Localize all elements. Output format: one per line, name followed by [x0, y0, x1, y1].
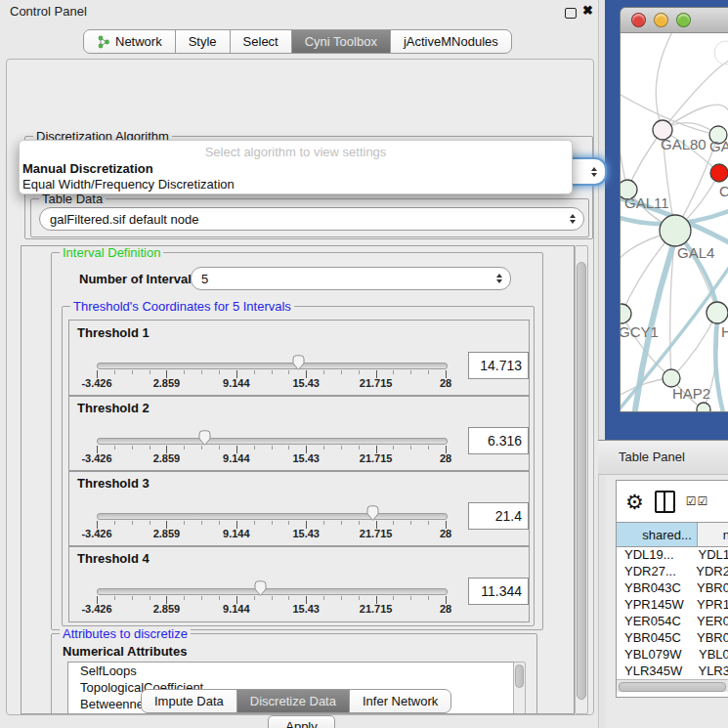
apply-button[interactable]: Apply [268, 715, 335, 728]
attributes-list-scrollbar[interactable] [513, 662, 526, 714]
table-data-combobox[interactable]: galFiltered.sif default node [39, 207, 584, 231]
slider-handle[interactable] [197, 429, 212, 447]
slider-handle[interactable] [365, 504, 380, 522]
number-of-intervals-label: Number of Intervals [79, 272, 198, 286]
tab-select[interactable]: Select [230, 29, 292, 54]
node-label: H [721, 323, 728, 340]
settings-scrollbar[interactable] [575, 245, 588, 714]
select-columns-icon[interactable]: ☑☑ [686, 494, 709, 508]
tick-label: 15.43 [292, 452, 320, 464]
table-row[interactable]: YBR045CYBR0 [617, 629, 728, 646]
numerical-attributes-label: Numerical Attributes [63, 644, 187, 659]
node-GAL4[interactable] [660, 215, 691, 246]
tab-infer-network[interactable]: Infer Network [349, 689, 451, 713]
tab-impute-data[interactable]: Impute Data [141, 689, 237, 713]
float-window-icon[interactable] [565, 8, 577, 19]
table-toolbar: ⚙ ☑☑ [617, 481, 728, 522]
node-node-h[interactable] [707, 302, 728, 323]
tick-label: 15.43 [292, 377, 320, 389]
tick-label: 28 [440, 528, 451, 539]
tick-label: 9.144 [223, 528, 250, 539]
gear-icon[interactable]: ⚙ [625, 492, 644, 512]
table-row[interactable]: YLR345WYLR3 [617, 663, 728, 679]
threshold-row-4: Threshold 4-3.4262.8599.14415.4321.71528… [68, 545, 530, 622]
network-window: GAL80GACGAL11GAL4GCY1HHAP2 [620, 7, 728, 412]
mac-close-button[interactable] [631, 13, 646, 27]
column-header-shared[interactable]: shared... [617, 523, 698, 546]
table-row[interactable]: YPR145WYPR1 [617, 596, 728, 613]
slider-track[interactable] [97, 588, 448, 595]
number-of-intervals-value: 5 [201, 272, 496, 286]
dropdown-option-manual-discretization[interactable]: Manual Discretization [22, 161, 153, 176]
mac-minimize-button[interactable] [654, 13, 668, 27]
threshold-label: Threshold 4 [77, 551, 150, 566]
node-GCY1[interactable] [621, 304, 631, 323]
tick-label: 2.859 [153, 377, 181, 389]
mac-zoom-button[interactable] [676, 13, 691, 27]
tick-label: 9.144 [223, 452, 250, 464]
tick-label: 9.144 [223, 603, 250, 615]
network-canvas[interactable]: GAL80GACGAL11GAL4GCY1HHAP2 [621, 33, 728, 411]
attribute-item[interactable]: SelfLoops [68, 663, 514, 679]
slider-track[interactable] [97, 438, 448, 445]
slider-handle[interactable] [291, 354, 306, 371]
thresholds-coordinates-group: Threshold's Coordinates for 5 Intervals … [62, 306, 535, 626]
combo-arrows-icon [570, 214, 576, 224]
tab-cyni-toolbox[interactable]: Cyni Toolbox [291, 29, 391, 54]
tick-label: 21.715 [360, 603, 393, 615]
interval-definition-group: Interval Definition Number of Intervals … [51, 252, 543, 630]
table-row[interactable]: YER054CYER0 [617, 613, 728, 629]
table-body: YDL19...YDL1YDR27...YDR2YBR043CYBR0YPR14… [617, 546, 728, 696]
table-panel-title: Table Panel [619, 450, 685, 464]
table-row[interactable]: YDL19...YDL1 [617, 546, 728, 563]
tick-label: 15.43 [292, 603, 320, 615]
attributes-title: Attributes to discretize [60, 626, 191, 641]
interval-definition-title: Interval Definition [60, 245, 163, 260]
slider-track[interactable] [97, 363, 448, 369]
slider-handle[interactable] [253, 579, 268, 597]
close-icon[interactable]: ✖ [582, 3, 593, 18]
tab-style[interactable]: Style [175, 29, 231, 54]
node-node-bottom[interactable] [697, 403, 710, 411]
node-label: GAL80 [661, 136, 707, 152]
threshold-value-field[interactable]: 6.316 [468, 427, 529, 454]
split-columns-icon[interactable] [655, 491, 675, 513]
spinner-arrows-icon [496, 274, 502, 283]
number-of-intervals-spinner[interactable]: 5 [191, 267, 511, 290]
tick-label: -3.426 [81, 603, 111, 615]
threshold-value-field[interactable]: 14.713 [468, 352, 529, 379]
thresholds-coordinates-title: Threshold's Coordinates for 5 Intervals [70, 299, 294, 314]
network-edge [671, 313, 717, 378]
threshold-row-1: Threshold 1-3.4262.8599.14415.4321.71528… [68, 320, 530, 397]
node-node-red[interactable] [710, 164, 728, 182]
table-horizontal-scrollbar[interactable] [617, 679, 728, 692]
dropdown-hint: Select algorithm to view settings [20, 145, 572, 159]
tick-label: 21.715 [360, 528, 393, 539]
tab-discretize-data[interactable]: Discretize Data [236, 689, 350, 713]
table-row[interactable]: YDR27...YDR2 [617, 563, 728, 579]
dropdown-option-equal-width-frequency[interactable]: Equal Width/Frequency Discretization [22, 177, 235, 192]
control-panel-titlebar: Control Panel ✖ [0, 0, 598, 23]
slider-track[interactable] [97, 513, 448, 520]
tick-label: 9.144 [223, 377, 250, 389]
tick-label: -3.426 [81, 528, 111, 539]
tick-label: 28 [440, 377, 451, 389]
network-window-titlebar[interactable] [621, 8, 728, 33]
node-label: GA [709, 138, 728, 154]
table-header-row: shared... n [617, 522, 728, 547]
tab-network[interactable]: Network [83, 29, 176, 54]
column-header-name[interactable]: n [698, 523, 728, 546]
table-row[interactable]: YBR043CYBR0 [617, 579, 728, 596]
table-data-group: Table Data galFiltered.sif default node [30, 198, 589, 237]
threshold-value-field[interactable]: 21.4 [468, 502, 529, 530]
table-panel: ⚙ ☑☑ shared... n YDL19...YDL1YDR27...YDR… [616, 480, 728, 698]
tick-label: 28 [440, 452, 451, 464]
table-row[interactable]: YBL079WYBL0 [617, 646, 728, 663]
tab-jactivemnodules[interactable]: jActiveMNodules [390, 29, 512, 54]
cyni-toolbox-panel: Discretization Algorithm Table Data galF… [6, 59, 594, 715]
tick-label: 15.43 [292, 528, 320, 539]
panel-title: Control Panel [10, 4, 87, 19]
threshold-value-field[interactable]: 11.344 [468, 578, 529, 605]
table-data-value: galFiltered.sif default node [50, 212, 570, 227]
tick-label: 2.859 [153, 603, 181, 615]
